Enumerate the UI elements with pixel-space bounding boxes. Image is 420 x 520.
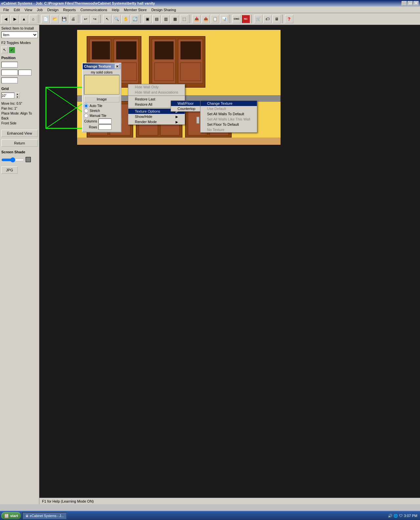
show-hide-label: Show/Hide xyxy=(135,115,152,119)
menu-use-default[interactable]: Use Default xyxy=(200,106,257,111)
move-inc-text: Move Inc: 0.5" xyxy=(1,101,38,106)
image-button[interactable]: Image xyxy=(84,96,119,102)
position-z-input[interactable] xyxy=(18,70,32,76)
grid-value-input[interactable] xyxy=(1,93,14,98)
toolbar-t4[interactable]: ▦ xyxy=(171,15,179,23)
menu-render-mode[interactable]: Render Mode ▶ xyxy=(128,119,185,124)
toolbar-sep-8 xyxy=(282,15,284,23)
svg-rect-11 xyxy=(155,63,174,81)
toolbar-chart[interactable]: 📊 xyxy=(220,15,228,23)
menu-set-all-walls-like[interactable]: Set All Walls Like This Wall xyxy=(200,117,257,122)
toolbar-cnc[interactable]: CNC xyxy=(232,15,241,23)
toolbar-nc[interactable]: NC xyxy=(242,15,250,23)
grid-label: Grid xyxy=(1,87,38,91)
toolbar-back[interactable]: ◀ xyxy=(1,15,10,23)
menu-design[interactable]: Design xyxy=(45,7,60,12)
info-text: Move Inc: 0.5" Pan Inc: 1" Place Mode: A… xyxy=(1,101,38,126)
menu-view[interactable]: View xyxy=(23,7,34,12)
toolbar-screen[interactable]: 🖥 xyxy=(272,15,281,23)
toolbar-print[interactable]: 🖨 xyxy=(69,15,77,23)
toolbar-save[interactable]: 💾 xyxy=(60,15,68,23)
menu-show-hide[interactable]: Show/Hide ▶ xyxy=(128,114,185,119)
dialog-close-button[interactable]: ✕ xyxy=(115,64,119,69)
screen-shade-slider[interactable] xyxy=(1,157,24,162)
toolbar-home[interactable]: ⌂ xyxy=(29,15,37,23)
toolbar-redo[interactable]: ↪ xyxy=(91,15,99,23)
auto-tile-radio[interactable] xyxy=(84,104,88,108)
toolbar-help[interactable]: ? xyxy=(285,15,293,23)
item-dropdown[interactable]: Item xyxy=(1,32,38,38)
menu-communications[interactable]: Communications xyxy=(78,7,109,12)
menu-no-texture[interactable]: No Texture xyxy=(200,127,257,132)
close-button[interactable]: ✕ xyxy=(413,1,419,6)
toolbar-forward[interactable]: ▶ xyxy=(10,15,19,23)
position-w-input[interactable] xyxy=(1,77,18,83)
menu-hide-wall-associations[interactable]: Hide Wall and Associations xyxy=(128,90,185,95)
position-w-row xyxy=(1,77,38,83)
svg-rect-31 xyxy=(77,138,281,145)
auto-tile-row: Auto Tile xyxy=(84,104,119,108)
toolbar-undo[interactable]: ↩ xyxy=(81,15,90,23)
toolbar: ◀ ▶ ▲ ⌂ 📄 📂 💾 🖨 ↩ ↪ ↖ 🔍 ✋ 🔄 ▣ ▤ ▥ ▦ ⬚ 📥 … xyxy=(0,13,420,25)
start-button[interactable]: 🪟 start xyxy=(1,512,21,519)
position-y-row xyxy=(1,70,38,76)
menu-job[interactable]: Job xyxy=(35,7,45,12)
menu-reports[interactable]: Reports xyxy=(61,7,78,12)
grid-spin-up[interactable]: ▲ xyxy=(15,93,20,96)
menu-edit[interactable]: Edit xyxy=(12,7,22,12)
toolbar-t1[interactable]: ▣ xyxy=(143,15,152,23)
toolbar-tag[interactable]: 🏷 xyxy=(263,15,272,23)
stretch-label: Stretch xyxy=(90,109,100,113)
rows-input[interactable] xyxy=(98,124,112,130)
manual-tile-label: Manual Tile xyxy=(90,114,106,118)
toggle-arrow[interactable]: ↖ xyxy=(1,47,8,53)
grid-spin-down[interactable]: ▼ xyxy=(15,96,20,98)
wall-floor-submenu: Change Texture Use Default Set All Walls… xyxy=(200,100,257,133)
enhanced-view-button[interactable]: Enhanced View xyxy=(1,130,38,137)
svg-rect-10 xyxy=(155,41,174,59)
menu-design-sharing[interactable]: Design Sharing xyxy=(149,7,178,12)
menu-set-all-walls-default[interactable]: Set All Walls To Default xyxy=(200,111,257,117)
wall-floor-label: Wall/Floor xyxy=(178,101,194,105)
main-layout: Select Item to Install Item F2 Toggles M… xyxy=(0,25,420,504)
countertop-label: Countertop xyxy=(178,107,195,111)
toolbar-cart[interactable]: 🛒 xyxy=(254,15,262,23)
toolbar-zoom[interactable]: 🔍 xyxy=(112,15,121,23)
toolbar-export[interactable]: 📤 xyxy=(201,15,210,23)
restore-button[interactable]: ▭ xyxy=(408,1,413,6)
toolbar-copy[interactable]: 📋 xyxy=(211,15,219,23)
toggle-grid[interactable]: ✓ xyxy=(9,47,15,53)
window-controls: _ ▭ ✕ xyxy=(402,1,419,6)
taskbar-ecabinet[interactable]: 🖥 eCabinet Systems - J... xyxy=(22,512,67,519)
menu-help[interactable]: Help xyxy=(110,7,121,12)
toolbar-import[interactable]: 📥 xyxy=(192,15,201,23)
jpg-button[interactable]: JPG xyxy=(1,166,18,174)
toolbar-t3[interactable]: ▥ xyxy=(161,15,170,23)
columns-input[interactable] xyxy=(98,119,112,124)
toolbar-rotate[interactable]: 🔄 xyxy=(131,15,139,23)
taskbar-item-icon: 🖥 xyxy=(25,514,29,518)
start-icon: 🪟 xyxy=(4,514,9,518)
toolbar-t2[interactable]: ▤ xyxy=(152,15,161,23)
stretch-radio[interactable] xyxy=(84,109,88,113)
menu-bar: File Edit View Job Design Reports Commun… xyxy=(0,7,420,13)
menu-change-texture[interactable]: Change Texture xyxy=(200,101,257,106)
position-x-input[interactable] xyxy=(1,62,18,68)
toolbar-t5[interactable]: ⬚ xyxy=(180,15,188,23)
texture-options-label: Texture Options xyxy=(135,109,160,113)
menu-file[interactable]: File xyxy=(1,7,11,12)
menu-set-floor-default[interactable]: Set Floor To Default xyxy=(200,122,257,127)
toolbar-open[interactable]: 📂 xyxy=(51,15,59,23)
toolbar-new[interactable]: 📄 xyxy=(41,15,50,23)
toolbar-up[interactable]: ▲ xyxy=(20,15,28,23)
toolbar-sep-4 xyxy=(140,15,142,23)
toolbar-select[interactable]: ↖ xyxy=(103,15,112,23)
minimize-button[interactable]: _ xyxy=(402,1,407,6)
position-y-input[interactable] xyxy=(1,70,18,76)
manual-tile-radio[interactable] xyxy=(84,114,88,118)
return-button[interactable]: Return xyxy=(1,140,38,147)
menu-hide-wall-only[interactable]: Hide Wall Only xyxy=(128,84,185,90)
toolbar-pan[interactable]: ✋ xyxy=(121,15,130,23)
menu-member-store[interactable]: Member Store xyxy=(122,7,149,12)
rows-label: Rows xyxy=(84,125,97,129)
